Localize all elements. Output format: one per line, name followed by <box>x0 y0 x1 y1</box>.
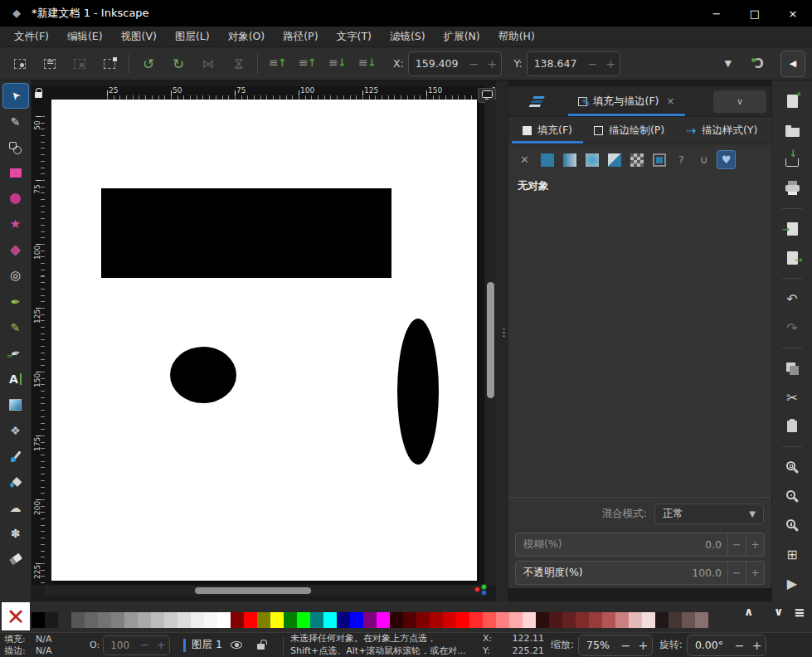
document-page[interactable] <box>51 100 477 581</box>
drawn-ellipse[interactable] <box>170 347 236 403</box>
zoom-page-button[interactable] <box>778 513 806 538</box>
x-coordinate-value[interactable]: 159.409 <box>409 57 465 70</box>
palette-swatch[interactable] <box>111 612 124 628</box>
palette-swatch[interactable] <box>536 612 549 628</box>
x-coordinate-spinbox[interactable]: 159.409 − + <box>408 51 503 76</box>
paint-heart-button[interactable]: ♥ <box>717 150 736 169</box>
selection-bbox-button[interactable] <box>95 51 124 77</box>
drawn-rectangle[interactable] <box>101 188 391 278</box>
opacity-increment[interactable]: + <box>153 639 169 651</box>
current-layer-selector[interactable]: 图层 1 <box>192 638 222 652</box>
palette-swatch[interactable] <box>297 612 310 628</box>
rotate-ccw-button[interactable] <box>134 51 163 77</box>
horizontal-scrollbar-thumb[interactable] <box>195 587 311 594</box>
rotation-increment-button[interactable]: + <box>748 639 766 652</box>
paint-pattern-button[interactable] <box>627 150 646 169</box>
zoom-drawing-button[interactable] <box>778 484 806 509</box>
lower-to-bottom-button[interactable] <box>352 51 382 77</box>
more-commands-button[interactable]: ▶ <box>778 571 806 596</box>
palette-swatch[interactable] <box>363 612 377 628</box>
palette-swatch[interactable] <box>443 612 456 628</box>
palette-swatch[interactable] <box>416 612 430 628</box>
vertical-scrollbar[interactable] <box>485 100 496 585</box>
dock-overflow-button[interactable]: ∨ <box>713 90 766 113</box>
palette-swatch[interactable] <box>615 612 629 628</box>
paint-bucket-tool-button[interactable] <box>2 469 29 494</box>
paint-mesh-gradient-button[interactable] <box>605 150 624 169</box>
export-image-button[interactable] <box>778 246 806 270</box>
palette-swatch[interactable] <box>669 612 682 628</box>
palette-swatch[interactable] <box>377 612 390 628</box>
palette-swatch[interactable] <box>45 612 58 628</box>
close-button[interactable]: × <box>774 0 812 27</box>
palette-swatch[interactable] <box>549 612 562 628</box>
box-3d-tool-button[interactable]: ◆ <box>2 237 29 263</box>
spray-tool-button[interactable]: ✽ <box>2 520 29 546</box>
palette-swatch[interactable] <box>85 612 98 628</box>
mesh-tool-button[interactable]: ❖ <box>2 417 29 443</box>
copy-button[interactable] <box>778 356 806 381</box>
toolbar-overflow-chevron-icon[interactable]: ▼ <box>713 58 743 69</box>
snap-toggle-icon[interactable]: Ɔ <box>743 56 776 71</box>
object-opacity-spinbox[interactable]: 100 − + <box>103 635 170 655</box>
blur-increment-button[interactable]: + <box>746 533 764 556</box>
tab-objects-dialog[interactable] <box>508 86 568 116</box>
zoom-value[interactable]: 75% <box>579 639 617 651</box>
palette-swatch[interactable] <box>58 612 71 628</box>
panel-splitter[interactable]: ⋮ <box>496 80 508 601</box>
menu-path[interactable]: 路径(P) <box>274 27 327 46</box>
paint-unknown-button[interactable]: ? <box>672 150 691 169</box>
palette-swatch[interactable] <box>629 612 642 628</box>
text-tool-button[interactable]: A <box>2 366 29 392</box>
select-all-button[interactable] <box>5 51 35 77</box>
star-tool-button[interactable]: ★ <box>2 212 29 237</box>
palette-swatch[interactable] <box>350 612 363 628</box>
no-color-swatch[interactable]: ✕ <box>2 602 30 630</box>
y-coordinate-spinbox[interactable]: 138.647 − + <box>527 51 621 76</box>
palette-scroll-up-icon[interactable]: ∧ <box>744 605 753 618</box>
fill-stroke-indicator[interactable]: 填充:N/A 描边:N/A <box>0 634 90 656</box>
horizontal-scrollbar[interactable] <box>45 586 484 596</box>
paint-swatch-button[interactable] <box>649 150 669 169</box>
subtab-stroke-paint[interactable]: 描边绘制(P) <box>583 117 675 144</box>
palette-swatch[interactable] <box>284 612 297 628</box>
palette-swatch[interactable] <box>655 612 669 628</box>
palette-swatch[interactable] <box>469 612 483 628</box>
menu-layer[interactable]: 图层(L) <box>166 27 219 46</box>
pen-tool-button[interactable]: ✒ <box>2 289 29 314</box>
node-editor-tool-button[interactable]: ✎ <box>2 109 29 134</box>
palette-swatch[interactable] <box>576 612 589 628</box>
palette-swatch[interactable] <box>323 612 337 628</box>
palette-swatch[interactable] <box>191 612 204 628</box>
ellipse-tool-button[interactable] <box>2 186 29 212</box>
zoom-spinbox[interactable]: 75% − + <box>578 635 653 656</box>
spiral-tool-button[interactable]: ◎ <box>2 263 29 289</box>
zoom-selection-button[interactable] <box>778 455 806 479</box>
rectangle-tool-button[interactable] <box>2 160 29 186</box>
zoom-decrement-button[interactable]: − <box>617 639 635 652</box>
palette-menu-icon[interactable]: ≡ <box>794 605 805 620</box>
y-decrement-button[interactable]: − <box>583 57 601 71</box>
palette-swatch[interactable] <box>204 612 217 628</box>
palette-swatch[interactable] <box>642 612 655 628</box>
collapse-panel-button[interactable]: ◀ <box>780 51 805 77</box>
palette-swatch[interactable] <box>695 612 708 628</box>
y-increment-button[interactable]: + <box>601 57 620 71</box>
drawn-ellipse[interactable] <box>397 319 439 465</box>
canvas-viewport[interactable] <box>45 100 484 585</box>
select-all-layers-button[interactable] <box>35 51 65 77</box>
opacity-decrement-button[interactable]: − <box>727 562 746 584</box>
lower-button[interactable] <box>322 51 352 77</box>
calligraphy-tool-button[interactable]: ✒ <box>2 340 29 366</box>
x-increment-button[interactable]: + <box>483 57 501 71</box>
menu-file[interactable]: 文件(F) <box>5 27 58 46</box>
eraser-tool-button[interactable] <box>2 546 29 572</box>
paint-flat-color-button[interactable] <box>537 150 557 169</box>
selector-tool-button[interactable]: ➤ <box>2 83 29 109</box>
palette-swatch[interactable] <box>231 612 244 628</box>
paste-button[interactable] <box>778 414 806 439</box>
palette-swatch[interactable] <box>71 612 85 628</box>
shape-builder-tool-button[interactable] <box>2 134 29 160</box>
palette-swatch[interactable] <box>430 612 443 628</box>
gradient-tool-button[interactable] <box>2 392 29 417</box>
